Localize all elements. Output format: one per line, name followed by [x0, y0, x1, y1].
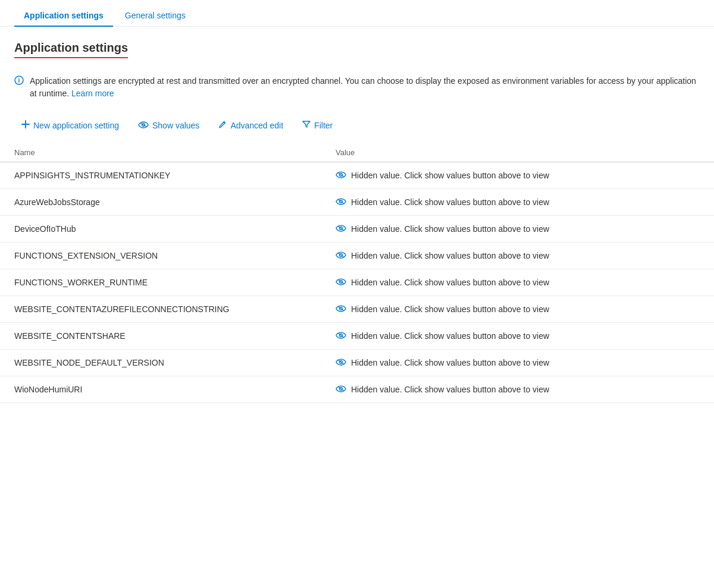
learn-more-link[interactable]: Learn more — [71, 89, 114, 98]
eye-icon — [336, 358, 346, 367]
setting-name: APPINSIGHTS_INSTRUMENTATIONKEY — [0, 162, 321, 189]
table-row[interactable]: AzureWebJobsStorage Hidden value. Click … — [0, 189, 714, 216]
hidden-value-text: Hidden value. Click show values button a… — [351, 385, 549, 394]
setting-value: Hidden value. Click show values button a… — [321, 296, 714, 323]
table-row[interactable]: WioNodeHumiURI Hidden value. Click show … — [0, 376, 714, 403]
setting-value: Hidden value. Click show values button a… — [321, 269, 714, 296]
eye-icon — [336, 331, 346, 341]
setting-name: WEBSITE_CONTENTAZUREFILECONNECTIONSTRING — [0, 296, 321, 323]
table-row[interactable]: FUNCTIONS_EXTENSION_VERSION Hidden value… — [0, 243, 714, 269]
filter-icon — [302, 120, 311, 130]
setting-name: WEBSITE_NODE_DEFAULT_VERSION — [0, 350, 321, 376]
table-row[interactable]: APPINSIGHTS_INSTRUMENTATIONKEY Hidden va… — [0, 162, 714, 189]
setting-value: Hidden value. Click show values button a… — [321, 243, 714, 269]
table-row[interactable]: WEBSITE_CONTENTSHARE Hidden value. Click… — [0, 323, 714, 350]
tab-application-settings[interactable]: Application settings — [14, 5, 113, 26]
setting-name: FUNCTIONS_WORKER_RUNTIME — [0, 269, 321, 296]
plus-icon — [21, 120, 30, 130]
setting-value: Hidden value. Click show values button a… — [321, 216, 714, 243]
eye-icon — [336, 224, 346, 234]
eye-icon — [336, 304, 346, 314]
advanced-edit-label: Advanced edit — [230, 121, 283, 130]
info-text: Application settings are encrypted at re… — [30, 75, 700, 100]
hidden-value-text: Hidden value. Click show values button a… — [351, 171, 549, 180]
setting-value: Hidden value. Click show values button a… — [321, 376, 714, 403]
setting-value: Hidden value. Click show values button a… — [321, 323, 714, 350]
eye-icon — [336, 278, 346, 287]
setting-value: Hidden value. Click show values button a… — [321, 189, 714, 216]
eye-icon-toolbar — [138, 121, 149, 130]
page-title: Application settings — [14, 41, 128, 58]
page-header: Application settings — [0, 27, 714, 68]
col-header-name: Name — [0, 143, 321, 162]
eye-icon — [336, 171, 346, 180]
hidden-value-text: Hidden value. Click show values button a… — [351, 304, 549, 314]
tabs-container: Application settings General settings — [0, 0, 714, 27]
hidden-value-text: Hidden value. Click show values button a… — [351, 251, 549, 260]
hidden-value-text: Hidden value. Click show values button a… — [351, 278, 549, 287]
setting-name: WEBSITE_CONTENTSHARE — [0, 323, 321, 350]
hidden-value-text: Hidden value. Click show values button a… — [351, 358, 549, 367]
col-header-value: Value — [321, 143, 714, 162]
show-values-label: Show values — [152, 121, 199, 130]
filter-button[interactable]: Filter — [295, 117, 340, 134]
hidden-value-text: Hidden value. Click show values button a… — [351, 197, 549, 207]
setting-value: Hidden value. Click show values button a… — [321, 350, 714, 376]
tab-general-settings[interactable]: General settings — [115, 5, 195, 26]
setting-value: Hidden value. Click show values button a… — [321, 162, 714, 189]
filter-label: Filter — [314, 121, 333, 130]
setting-name: WioNodeHumiURI — [0, 376, 321, 403]
advanced-edit-button[interactable]: Advanced edit — [211, 117, 290, 134]
show-values-button[interactable]: Show values — [131, 117, 206, 134]
pencil-icon — [218, 120, 227, 130]
toolbar: New application setting Show values Adva… — [0, 112, 714, 143]
table-row[interactable]: WEBSITE_CONTENTAZUREFILECONNECTIONSTRING… — [0, 296, 714, 323]
eye-icon — [336, 385, 346, 394]
hidden-value-text: Hidden value. Click show values button a… — [351, 331, 549, 341]
svg-text:i: i — [18, 77, 20, 84]
info-banner: i Application settings are encrypted at … — [0, 68, 714, 112]
setting-name: DeviceOfIoTHub — [0, 216, 321, 243]
setting-name: FUNCTIONS_EXTENSION_VERSION — [0, 243, 321, 269]
eye-icon — [336, 197, 346, 207]
new-setting-label: New application setting — [33, 121, 119, 130]
info-icon: i — [14, 76, 24, 87]
hidden-value-text: Hidden value. Click show values button a… — [351, 224, 549, 234]
table-row[interactable]: DeviceOfIoTHub Hidden value. Click show … — [0, 216, 714, 243]
table-row[interactable]: WEBSITE_NODE_DEFAULT_VERSION Hidden valu… — [0, 350, 714, 376]
eye-icon — [336, 251, 346, 260]
settings-table: Name Value APPINSIGHTS_INSTRUMENTATIONKE… — [0, 143, 714, 403]
new-application-setting-button[interactable]: New application setting — [14, 117, 126, 134]
table-row[interactable]: FUNCTIONS_WORKER_RUNTIME Hidden value. C… — [0, 269, 714, 296]
setting-name: AzureWebJobsStorage — [0, 189, 321, 216]
